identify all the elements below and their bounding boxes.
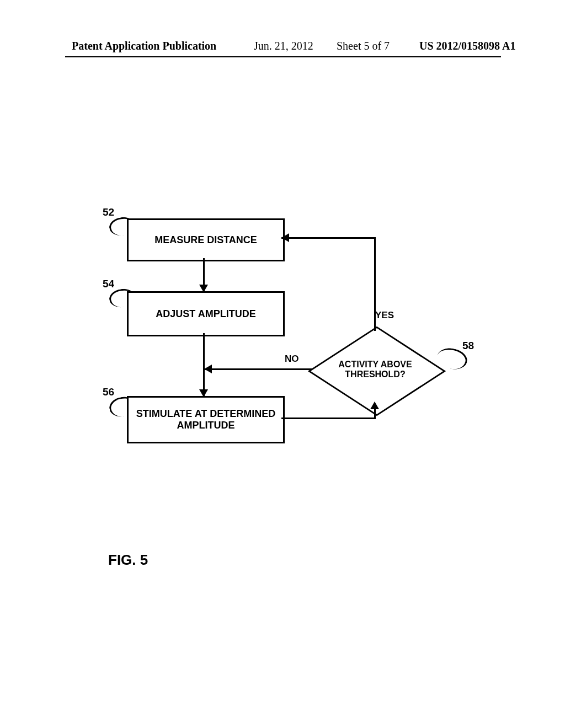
edge-yes-v — [374, 237, 376, 331]
edge-no-h — [204, 368, 312, 370]
publication-label: Patent Application Publication — [72, 40, 216, 52]
ref-58: 58 — [462, 340, 474, 352]
box-measure-distance: MEASURE DISTANCE — [127, 218, 285, 261]
ref-52: 52 — [103, 206, 114, 218]
arrowhead-icon — [281, 233, 289, 242]
publication-date: Jun. 21, 2012 — [254, 40, 313, 52]
ref-54: 54 — [103, 278, 114, 290]
edge-label-yes: YES — [375, 310, 394, 321]
box-stimulate-label: STIMULATE AT DETERMINED AMPLITUDE — [129, 408, 283, 431]
application-number: US 2012/0158098 A1 — [419, 40, 515, 52]
edge-label-no: NO — [285, 354, 299, 365]
ref-56: 56 — [103, 386, 114, 398]
decision-label: ACTIVITY ABOVE THRESHOLD? — [309, 331, 441, 408]
edge-56-58-v — [374, 408, 376, 419]
arrowhead-icon — [199, 285, 208, 292]
box-adjust-amplitude: ADJUST AMPLITUDE — [127, 291, 285, 336]
box-measure-distance-label: MEASURE DISTANCE — [154, 234, 257, 246]
page: Patent Application Publication Jun. 21, … — [0, 0, 565, 728]
header-rule — [65, 56, 501, 57]
decision-activity-threshold: ACTIVITY ABOVE THRESHOLD? — [309, 331, 441, 408]
figure-caption: FIG. 5 — [108, 552, 148, 569]
edge-56-58-h — [281, 417, 375, 419]
edge-yes-h — [281, 237, 376, 239]
arrowhead-icon — [199, 389, 208, 397]
arrowhead-icon — [204, 365, 212, 373]
sheet-label: Sheet 5 of 7 — [337, 40, 390, 52]
box-stimulate: STIMULATE AT DETERMINED AMPLITUDE — [127, 396, 285, 443]
box-adjust-amplitude-label: ADJUST AMPLITUDE — [156, 308, 255, 320]
arrowhead-icon — [370, 402, 379, 409]
